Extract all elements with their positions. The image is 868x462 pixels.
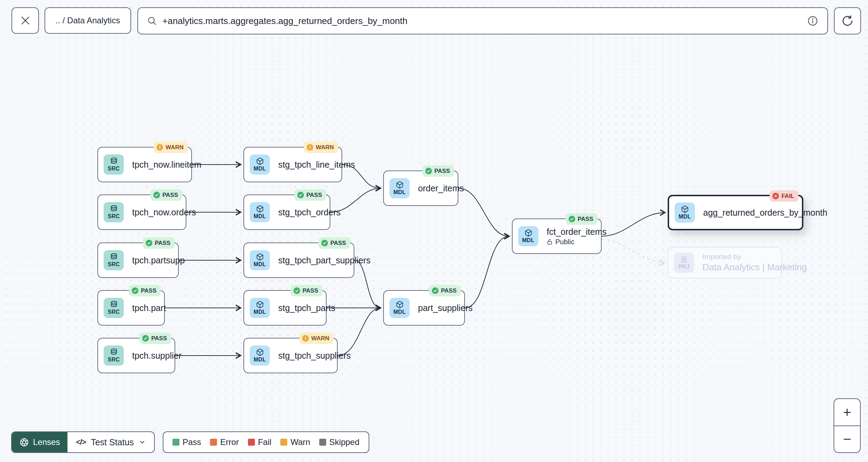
legend-item-pass: Pass xyxy=(172,437,201,447)
model-chip: MDL xyxy=(250,202,270,222)
node-title: stg_tpch_orders xyxy=(278,207,340,217)
model-chip: MDL xyxy=(518,226,538,246)
status-badge: PASS xyxy=(423,165,454,177)
warn-swatch xyxy=(280,439,287,446)
search-icon xyxy=(147,16,157,26)
breadcrumb[interactable]: .. / Data Analytics xyxy=(45,7,131,34)
model-chip: MDL xyxy=(250,250,270,270)
check-icon xyxy=(569,216,575,222)
fail-swatch xyxy=(248,439,255,446)
database-icon xyxy=(110,301,118,309)
warn-icon: ! xyxy=(302,335,309,342)
node-tpch_now-lineitem[interactable]: !WARN SRC tpch_now.lineitem xyxy=(97,147,192,182)
node-title: fct_order_items xyxy=(547,227,606,237)
model-chip: MDL xyxy=(250,154,270,175)
cube-icon xyxy=(396,301,404,309)
node-title: stg_tpch_line_items xyxy=(278,160,355,170)
node-stg_tpch_suppliers[interactable]: !WARN MDL stg_tpch_suppliers xyxy=(243,338,338,373)
code-icon: </> xyxy=(76,438,86,447)
node-stg_tpch_line_items[interactable]: !WARN MDL stg_tpch_line_items xyxy=(243,147,342,182)
breadcrumb-label: .. / Data Analytics xyxy=(56,16,120,25)
database-icon xyxy=(110,157,118,165)
node-title: order_items xyxy=(418,183,464,193)
search-bar[interactable] xyxy=(137,7,828,34)
node-agg_returned_orders_by_month[interactable]: ×FAIL MDL agg_returned_orders_by_month xyxy=(668,195,803,230)
legend-item-fail: Fail xyxy=(248,437,272,447)
node-title: tpch.part xyxy=(132,303,166,313)
cube-icon xyxy=(256,157,264,165)
cube-icon xyxy=(256,301,264,309)
node-tpch-supplier[interactable]: PASS SRC tpch.supplier xyxy=(97,338,175,373)
model-chip: MDL xyxy=(250,345,270,366)
node-fct_order_items[interactable]: PASS MDL fct_order_items Public xyxy=(512,218,602,254)
status-badge: !WARN xyxy=(304,142,338,153)
model-chip: MDL xyxy=(389,178,410,198)
chevron-down-icon xyxy=(139,439,146,446)
node-title: tpch.partsupp xyxy=(132,255,185,265)
node-title: stg_tpch_parts xyxy=(278,303,335,313)
source-chip: SRC xyxy=(104,154,124,175)
status-badge: PASS xyxy=(291,285,322,296)
node-stg_tpch_parts[interactable]: PASS MDL stg_tpch_parts xyxy=(243,290,327,326)
zoom-in-button[interactable]: + xyxy=(834,399,860,425)
check-icon xyxy=(432,287,439,294)
cube-icon xyxy=(256,205,264,213)
edge-layer xyxy=(0,0,868,462)
check-icon xyxy=(132,287,138,294)
node-stg_tpch_orders[interactable]: PASS MDL stg_tpch_orders xyxy=(243,194,330,230)
node-stg_tpch_part_suppliers[interactable]: PASS MDL stg_tpch_part_suppliers xyxy=(243,242,354,278)
access-row: Public xyxy=(547,238,606,246)
refresh-button[interactable] xyxy=(834,7,861,34)
cube-icon xyxy=(256,253,264,261)
lenses-label: Lenses xyxy=(33,437,60,447)
imported-by-label: Imported by xyxy=(702,253,807,261)
close-button[interactable] xyxy=(11,7,39,34)
info-icon[interactable] xyxy=(807,15,818,26)
legend-item-error: Error xyxy=(210,437,239,447)
node-title: tpch_now.lineitem xyxy=(132,160,201,170)
status-badge: ×FAIL xyxy=(770,190,798,202)
legend-item-skipped: Skipped xyxy=(319,437,360,447)
fail-icon: × xyxy=(772,193,779,199)
legend-item-warn: Warn xyxy=(280,437,310,447)
node-imported-by-project: PRJ Imported by Data Analytics | Marketi… xyxy=(668,247,782,278)
database-icon xyxy=(110,348,118,356)
database-icon xyxy=(110,205,118,213)
cube-icon xyxy=(524,229,532,237)
zoom-out-button[interactable]: − xyxy=(834,426,860,453)
database-icon xyxy=(110,253,118,261)
node-part_suppliers[interactable]: PASS MDL part_suppliers xyxy=(383,290,465,326)
cube-icon xyxy=(256,348,264,356)
node-tpch_now-orders[interactable]: PASS SRC tpch_now.orders xyxy=(97,194,186,230)
source-chip: SRC xyxy=(104,298,124,318)
search-input[interactable] xyxy=(162,16,802,26)
check-icon xyxy=(297,192,304,198)
source-chip: SRC xyxy=(104,345,124,366)
check-icon xyxy=(321,240,328,246)
node-tpch-part[interactable]: PASS SRC tpch.part xyxy=(97,290,165,326)
node-title: agg_returned_orders_by_month xyxy=(703,208,827,218)
source-chip: SRC xyxy=(104,202,124,222)
model-chip: MDL xyxy=(675,202,695,223)
status-badge: PASS xyxy=(151,189,182,201)
node-tpch-partsupp[interactable]: PASS SRC tpch.partsupp xyxy=(97,242,179,278)
zoom-control: + − xyxy=(834,398,861,453)
lens-selector[interactable]: </> Test Status xyxy=(67,432,154,452)
model-chip: MDL xyxy=(250,298,270,318)
model-chip: MDL xyxy=(389,298,410,318)
node-title: stg_tpch_part_suppliers xyxy=(278,255,370,265)
node-title: tpch.supplier xyxy=(132,351,182,361)
status-badge: PASS xyxy=(139,333,171,344)
status-badge: PASS xyxy=(319,237,350,249)
node-title: stg_tpch_suppliers xyxy=(278,351,351,361)
warn-icon: ! xyxy=(307,144,313,151)
cube-icon xyxy=(681,205,689,213)
lenses-button[interactable]: Lenses xyxy=(12,432,67,452)
status-badge: PASS xyxy=(295,189,326,201)
status-badge: PASS xyxy=(566,213,597,225)
refresh-icon xyxy=(842,15,853,27)
node-title: part_suppliers xyxy=(418,303,473,313)
node-order_items[interactable]: PASS MDL order_items xyxy=(383,170,458,206)
status-badge: PASS xyxy=(429,285,461,296)
test-status-legend: Pass Error Fail Warn Skipped xyxy=(163,431,369,453)
